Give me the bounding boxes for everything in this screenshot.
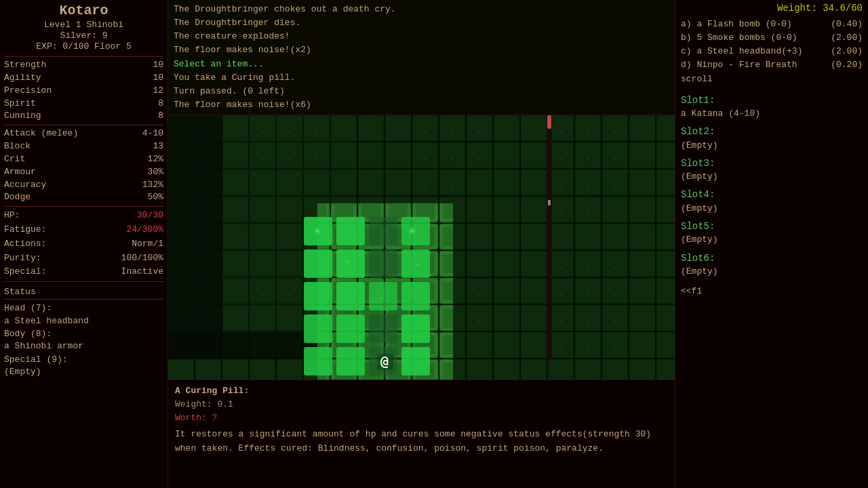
fatigue-label: Fatigue: (4, 223, 46, 237)
actions-value: Norm/1 (132, 237, 163, 251)
game-log: The Droughtbringer chokes out a death cr… (168, 0, 675, 115)
svg-rect-16 (304, 314, 332, 343)
map-svg: . (168, 115, 675, 380)
svg-text:~: ~ (416, 261, 420, 270)
actions-row: Actions: Norm/1 (4, 237, 163, 251)
equip-slot: Head (7):a Steel headband (4, 302, 163, 327)
purity-value: 100/100% (121, 251, 163, 266)
log-line: The floor makes noise!(x6) (174, 98, 669, 112)
svg-rect-29 (401, 217, 430, 245)
inventory-item[interactable]: b) 5 Smoke bombs (0-0)(2.00) (681, 31, 863, 45)
equip-slot: Body (8):a Shinobi armor (4, 327, 163, 353)
divider-combat (4, 125, 163, 125)
right-panel: Weight: 34.6/60 a) a Flash bomb (0-0)(0.… (675, 0, 868, 488)
actions-label: Actions: (4, 237, 46, 251)
item-info-panel: A Curing Pill: Weight: 0.1 Worth: ? It r… (168, 380, 675, 488)
hp-row: HP: 30/30 (4, 209, 163, 223)
left-panel: Kotaro Level 1 Shinobi Silver: 9 EXP: 0/… (0, 0, 168, 488)
svg-text:@: @ (380, 353, 389, 369)
equip-slot: Special (9):(Empty) (4, 353, 163, 379)
divider-vitals (4, 206, 163, 207)
item-title: A Curing Pill: (175, 384, 668, 398)
special-row: Special: Inactive (4, 265, 163, 279)
purity-row: Purity: 100/100% (4, 251, 163, 266)
combat-stat-block: Block13 (4, 140, 163, 153)
log-line: The floor makes noise!(x2) (174, 43, 669, 57)
svg-text:·: · (380, 295, 384, 302)
item-weight: Weight: 0.1 (175, 398, 668, 411)
stat-row-cunning: Cunning8 (4, 110, 163, 123)
stat-row-precision: Precision12 (4, 85, 163, 98)
equipment-slots: Slot1:a Katana (4-10)Slot2:(Empty)Slot3:… (681, 93, 863, 282)
stat-row-agility: Agility10 (4, 72, 163, 85)
svg-text:❀: ❀ (409, 224, 416, 237)
log-line: The creature explodes! (174, 30, 669, 43)
special-label: Special: (4, 265, 46, 279)
stat-row-spirit: Spirit8 (4, 98, 163, 110)
inventory-list: a) a Flash bomb (0-0)(0.40)b) 5 Smoke bo… (681, 18, 863, 86)
svg-rect-17 (304, 347, 332, 375)
character-silver: Silver: 9 (4, 30, 163, 41)
combat-stat-crit: Crit12% (4, 153, 163, 166)
divider-status (4, 281, 163, 282)
weight-display: Weight: 34.6/60 (681, 3, 863, 14)
ff-label: <<f1 (681, 286, 863, 296)
stat-row-strength: Strength10 (4, 59, 163, 72)
center-panel: The Droughtbringer chokes out a death cr… (168, 0, 675, 488)
combat-stat-attackmelee: Attack (melee)4-10 (4, 127, 163, 140)
svg-rect-33 (401, 347, 430, 375)
game-map: . (168, 115, 675, 380)
item-worth: Worth: ? (175, 411, 668, 425)
combat-stat-accuracy: Accuracy132% (4, 179, 163, 192)
combat-stat-dodge: Dodge50% (4, 191, 163, 204)
special-value: Inactive (121, 265, 163, 279)
status-label: Status (4, 287, 163, 297)
svg-rect-9 (168, 115, 222, 359)
svg-text:·: · (384, 327, 388, 335)
character-title: Level 1 Shinobi (4, 20, 163, 30)
svg-rect-40 (369, 314, 397, 343)
svg-text:❀: ❀ (344, 256, 351, 266)
equip-slot-item: Slot1:a Katana (4-10) (681, 93, 863, 121)
svg-rect-15 (304, 282, 332, 310)
equipment-section: Head (7):a Steel headbandBody (8):a Shin… (4, 302, 163, 378)
fatigue-value: 24/300% (126, 223, 163, 237)
log-line: Select an item... (174, 58, 669, 71)
equip-slot-item: Slot2:(Empty) (681, 124, 863, 152)
svg-rect-55 (547, 115, 551, 129)
purity-label: Purity: (4, 251, 41, 266)
svg-rect-20 (336, 249, 365, 278)
svg-rect-32 (401, 314, 430, 343)
character-expfloor: EXP: 0/100 Floor 5 (4, 41, 163, 52)
equip-slot-item: Slot6:(Empty) (681, 251, 863, 279)
inventory-item[interactable]: d) Ninpo - Fire Breath scroll(0.20) (681, 58, 863, 85)
svg-rect-39 (369, 249, 397, 278)
inventory-item[interactable]: c) a Steel headband(+3)(2.00) (681, 45, 863, 58)
divider-stats (4, 56, 163, 57)
fatigue-row: Fatigue: 24/300% (4, 223, 163, 237)
svg-rect-38 (369, 217, 397, 245)
character-name: Kotaro (4, 3, 163, 18)
log-line: Turn passed. (0 left) (174, 85, 669, 98)
combat-stat-armour: Armour30% (4, 166, 163, 179)
svg-rect-22 (336, 314, 365, 343)
combat-stats: Attack (melee)4-10Block13Crit12%Armour30… (4, 127, 163, 204)
log-line: You take a Curing pill. (174, 71, 669, 85)
equip-slot-item: Slot3:(Empty) (681, 156, 863, 184)
item-description: It restores a significant amount of hp a… (175, 428, 668, 455)
svg-rect-14 (304, 249, 332, 278)
hp-label: HP: (4, 209, 20, 223)
svg-rect-19 (336, 217, 365, 245)
svg-rect-54 (547, 115, 552, 359)
equip-slot-item: Slot4:(Empty) (681, 187, 863, 215)
log-line: The Droughtbringer chokes out a death cr… (174, 3, 669, 16)
svg-rect-23 (336, 347, 365, 375)
svg-rect-21 (336, 282, 365, 310)
hp-value: 30/30 (137, 209, 163, 223)
primary-stats: Strength10Agility10Precision12Spirit8Cun… (4, 59, 163, 123)
svg-text:❀: ❀ (314, 224, 321, 237)
inventory-item[interactable]: a) a Flash bomb (0-0)(0.40) (681, 18, 863, 31)
divider-equip (4, 299, 163, 300)
svg-rect-56 (548, 200, 551, 205)
equip-slot-item: Slot5:(Empty) (681, 219, 863, 247)
